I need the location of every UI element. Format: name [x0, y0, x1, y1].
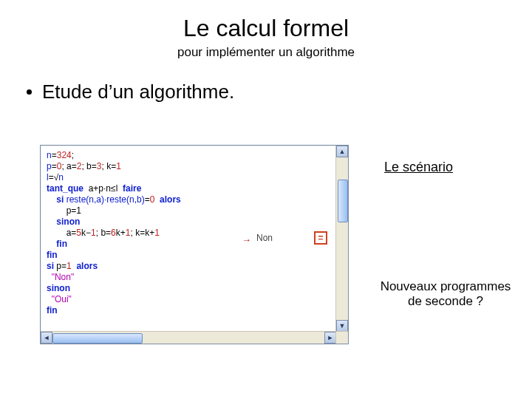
code-token: fin [47, 250, 58, 260]
result-arrow-icon: → [242, 234, 251, 245]
horizontal-scrollbar[interactable]: ◄ ► [41, 331, 336, 344]
code-token: "Oui" [47, 294, 72, 304]
slide-title: Le calcul formel [0, 0, 532, 42]
code-token: si [47, 261, 54, 271]
code-token: 1 [116, 161, 121, 171]
bullet-item: Etude d’un algorithme. [27, 81, 505, 103]
code-token: = [52, 150, 57, 160]
code-token: ; [72, 150, 74, 160]
code-token: p=1 [47, 205, 81, 216]
code-token: a= [47, 228, 76, 238]
code-token: 6 [111, 228, 116, 238]
scroll-thumb[interactable] [338, 180, 348, 222]
scroll-thumb[interactable] [52, 333, 143, 344]
scroll-corner [335, 331, 348, 344]
code-token: n [47, 150, 52, 160]
code-token: a+p·n≤l [83, 183, 123, 194]
code-token: = [52, 161, 57, 171]
code-token: ; b= [96, 228, 111, 238]
code-token: alors [72, 261, 98, 271]
code-token: ; a [61, 161, 71, 171]
vertical-scrollbar[interactable]: ▲ ▼ [335, 146, 348, 332]
code-token: 1 [126, 228, 131, 238]
code-token: = [92, 161, 97, 171]
code-token: 324 [57, 150, 72, 160]
scroll-right-icon[interactable]: ► [324, 332, 336, 344]
result-text: Non [256, 233, 273, 243]
code-token: ; k=k+ [131, 228, 155, 238]
bullet-icon [27, 89, 32, 95]
code-token: p= [54, 261, 66, 271]
bullet-text: Etude d’un algorithme. [42, 81, 234, 103]
code-token: faire [123, 183, 141, 194]
code-token: "Non" [47, 272, 74, 282]
code-token: = [49, 172, 54, 183]
slide-subtitle: pour implémenter un algorithme [0, 45, 532, 60]
code-token: sinon [47, 216, 80, 227]
scenario-link[interactable]: Le scénario [384, 160, 453, 175]
programs-note: Nouveaux programmes de seconde ? [375, 279, 516, 309]
code-token: si [47, 194, 64, 205]
code-token: fin [47, 305, 58, 316]
scroll-up-icon[interactable]: ▲ [336, 146, 348, 157]
code-token: = [145, 194, 150, 205]
code-token: tant_que [47, 183, 83, 194]
code-token: ; b [81, 161, 91, 171]
code-content: n=324; p=0; a=2; b=3; k=1 l=√n tant_que … [41, 146, 348, 332]
code-token: = [72, 161, 77, 171]
code-token: reste(n,a)·reste(n,b) [64, 194, 144, 205]
code-token: fin [47, 239, 67, 249]
code-token: sinon [47, 283, 70, 293]
code-token: 1 [91, 228, 96, 238]
code-pane: n=324; p=0; a=2; b=3; k=1 l=√n tant_que … [40, 145, 349, 344]
code-token: 1 [154, 228, 160, 238]
scroll-down-icon[interactable]: ▼ [336, 320, 348, 332]
equals-icon[interactable]: = [314, 231, 327, 245]
code-token: k+ [116, 228, 126, 238]
code-token: p [47, 161, 52, 171]
slide-body: Etude d’un algorithme. [0, 60, 532, 103]
scroll-left-icon[interactable]: ◄ [41, 332, 52, 344]
code-token: 1 [66, 261, 72, 271]
code-token: ; k [101, 161, 111, 171]
code-token: n [58, 172, 64, 183]
slide: Le calcul formel pour implémenter un alg… [0, 0, 532, 399]
code-token: alors [154, 194, 180, 205]
code-token: k− [81, 228, 91, 238]
